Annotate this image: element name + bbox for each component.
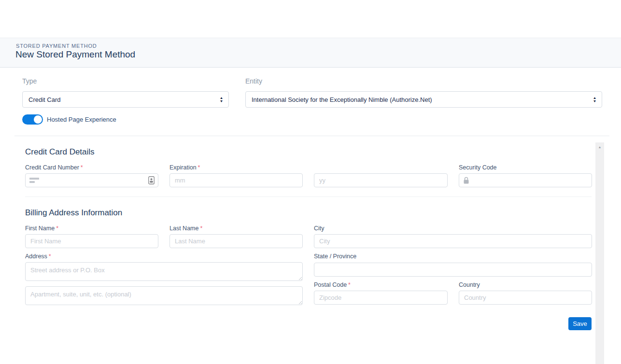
type-label: Type [22, 77, 37, 85]
credit-card-number-input[interactable] [39, 174, 148, 187]
required-asterisk: * [348, 281, 351, 288]
lock-icon [463, 177, 469, 184]
credit-card-number-label: Credit Card Number* [25, 164, 83, 171]
state-province-input[interactable] [314, 263, 592, 277]
type-select[interactable]: Credit Card ▲ ▼ [22, 91, 229, 108]
stepper-up-icon[interactable]: ▲ [593, 96, 597, 99]
billing-address-heading: Billing Address Information [25, 208, 122, 218]
autofill-card-icon[interactable] [148, 176, 155, 184]
stepper-down-icon[interactable]: ▼ [593, 99, 597, 103]
first-name-label: First Name* [25, 225, 58, 232]
stepper-down-icon[interactable]: ▼ [220, 99, 224, 103]
credit-card-details-heading: Credit Card Details [25, 147, 95, 157]
security-code-input[interactable] [469, 174, 592, 187]
subsection-divider [25, 196, 592, 197]
credit-card-icon [29, 177, 39, 184]
select-stepper-icon[interactable]: ▲ ▼ [220, 96, 223, 103]
vertical-scrollbar[interactable]: ▲ [595, 142, 604, 364]
address-label: Address* [25, 253, 51, 260]
scroll-up-icon[interactable]: ▲ [595, 142, 604, 149]
save-button[interactable]: Save [568, 317, 592, 330]
required-asterisk: * [81, 164, 83, 171]
page-title: New Stored Payment Method [15, 49, 135, 60]
entity-select-value: International Society for the Exceptiona… [252, 96, 593, 103]
first-name-input[interactable] [25, 234, 158, 248]
page-header: STORED PAYMENT METHOD New Stored Payment… [0, 38, 621, 68]
required-asterisk: * [198, 164, 200, 171]
select-stepper-icon[interactable]: ▲ ▼ [593, 96, 596, 103]
entity-label: Entity [245, 77, 262, 85]
hosted-page-experience-label: Hosted Page Experience [47, 116, 116, 123]
state-province-label: State / Province [314, 253, 356, 260]
required-asterisk: * [200, 225, 202, 232]
credit-card-number-field[interactable] [25, 173, 158, 187]
city-input[interactable] [314, 234, 592, 248]
type-select-value: Credit Card [28, 96, 220, 103]
apartment-suite-textarea[interactable] [25, 286, 303, 305]
section-divider [14, 136, 609, 136]
postal-code-label: Postal Code* [314, 281, 351, 288]
expiration-label: Expiration* [169, 164, 200, 171]
required-asterisk: * [56, 225, 58, 232]
toggle-knob [34, 115, 42, 124]
expiration-year-input[interactable] [314, 173, 448, 187]
country-label: Country [459, 281, 480, 288]
new-stored-payment-method-page: STORED PAYMENT METHOD New Stored Payment… [0, 0, 621, 364]
hosted-page-experience-toggle[interactable] [22, 114, 43, 125]
required-asterisk: * [49, 253, 51, 260]
country-input[interactable] [459, 291, 592, 305]
last-name-input[interactable] [169, 234, 303, 248]
street-address-field [25, 262, 303, 281]
security-code-field[interactable] [459, 173, 592, 187]
postal-code-input[interactable] [314, 291, 448, 305]
expiration-month-input[interactable] [169, 173, 303, 187]
city-label: City [314, 225, 325, 232]
security-code-label: Security Code [459, 164, 497, 171]
apartment-suite-field [25, 286, 303, 305]
stepper-up-icon[interactable]: ▲ [220, 96, 224, 99]
last-name-label: Last Name* [169, 225, 202, 232]
entity-select[interactable]: International Society for the Exceptiona… [245, 91, 602, 108]
street-address-textarea[interactable] [25, 262, 303, 281]
object-type-label: STORED PAYMENT METHOD [16, 43, 97, 49]
